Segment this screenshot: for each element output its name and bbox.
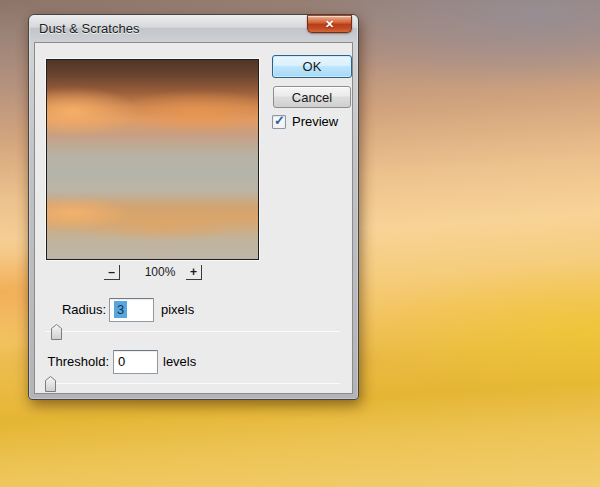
- filter-preview[interactable]: [46, 59, 259, 260]
- radius-input[interactable]: 3: [109, 298, 154, 322]
- preview-checkbox[interactable]: ✓: [272, 115, 286, 129]
- preview-checkbox-label: Preview: [292, 114, 338, 129]
- radius-label: Radius:: [35, 298, 106, 322]
- checkmark-icon: ✓: [274, 113, 285, 128]
- threshold-unit-label: levels: [163, 350, 196, 374]
- dialog-title: Dust & Scratches: [39, 21, 139, 36]
- zoom-in-button[interactable]: +: [186, 265, 202, 280]
- threshold-input[interactable]: 0: [113, 350, 158, 374]
- radius-slider[interactable]: [45, 324, 340, 340]
- threshold-value: 0: [118, 354, 125, 369]
- dialog-body: – 100% + Radius: 3 pixels: [34, 42, 353, 394]
- threshold-slider-thumb[interactable]: [45, 376, 56, 392]
- zoom-out-button[interactable]: –: [104, 265, 120, 280]
- close-icon: ✕: [325, 19, 334, 30]
- threshold-slider-track[interactable]: [45, 383, 340, 384]
- threshold-label: Threshold:: [35, 350, 109, 374]
- radius-slider-track[interactable]: [45, 331, 340, 332]
- preview-option: ✓ Preview: [272, 114, 338, 129]
- preview-image: [47, 60, 258, 259]
- cancel-button[interactable]: Cancel: [273, 86, 351, 108]
- desktop: Dust & Scratches ✕ – 100% + Radius: 3 pi…: [0, 0, 600, 487]
- radius-value: 3: [114, 301, 127, 318]
- ok-button[interactable]: OK: [272, 55, 352, 78]
- threshold-slider[interactable]: [45, 376, 340, 392]
- close-button[interactable]: ✕: [307, 15, 352, 33]
- radius-unit-label: pixels: [161, 298, 194, 322]
- radius-slider-thumb[interactable]: [51, 324, 62, 340]
- dust-scratches-dialog: Dust & Scratches ✕ – 100% + Radius: 3 pi…: [28, 14, 359, 400]
- zoom-level: 100%: [134, 265, 186, 279]
